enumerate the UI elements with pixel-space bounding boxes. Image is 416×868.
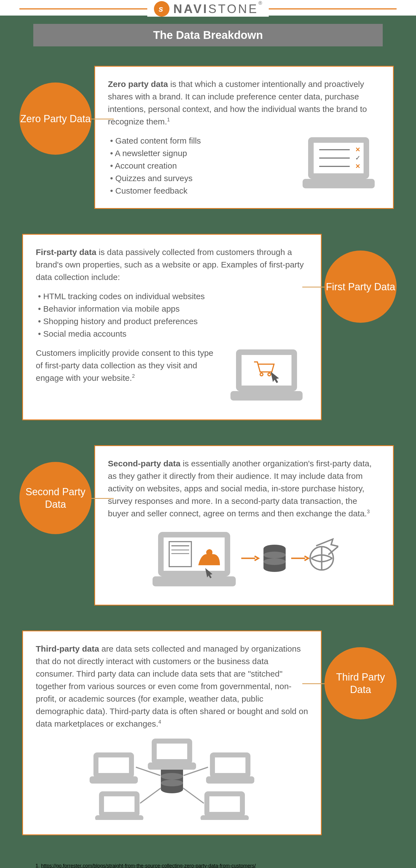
- card-first-party: First-party data is data passively colle…: [22, 234, 322, 420]
- list-item: Shopping history and product preferences: [38, 315, 308, 328]
- badge-third-party: Third Party Data: [324, 647, 396, 719]
- svg-line-53: [140, 788, 161, 803]
- badge-zero-party: Zero Party Data: [20, 83, 92, 155]
- svg-rect-2: [303, 179, 375, 188]
- svg-rect-16: [152, 576, 236, 586]
- svg-rect-11: [231, 391, 303, 401]
- svg-point-24: [264, 564, 286, 572]
- svg-rect-39: [98, 756, 130, 774]
- svg-rect-10: [241, 354, 292, 386]
- card-body: Gated content form fills A newsletter si…: [108, 134, 380, 197]
- svg-point-26: [264, 558, 286, 565]
- reference-link[interactable]: https://go.forrester.com/blogs/straight-…: [41, 863, 256, 868]
- data-exchange-icon: [108, 526, 380, 594]
- list-item: Social media accounts: [38, 328, 308, 340]
- lead-strong: Second-party data: [108, 459, 180, 468]
- page: s NAVISTONE® The Data Breakdown Zero Par…: [0, 0, 416, 868]
- brand-name-bold: NAVI: [173, 2, 208, 16]
- laptop-cart-icon: [225, 347, 308, 408]
- list-item: HTML tracking codes on individual websit…: [38, 290, 308, 303]
- badge-label: First Party Data: [326, 281, 395, 293]
- card-third-party: Third-party data are data sets collected…: [22, 630, 322, 835]
- list-item: Gated content form fills: [110, 134, 286, 147]
- svg-rect-36: [156, 743, 188, 760]
- footnote-ref: 4: [159, 719, 161, 725]
- reference-item: https://go.forrester.com/blogs/straight-…: [41, 863, 383, 868]
- card-second-party: Second-party data is essentially another…: [94, 445, 394, 606]
- section-third-party: Third Party Data Third-party data are da…: [22, 630, 394, 835]
- badge-second-party: Second Party Data: [20, 462, 92, 534]
- svg-text:✕: ✕: [355, 163, 360, 170]
- header: s NAVISTONE®: [0, 0, 416, 16]
- svg-rect-40: [91, 777, 137, 783]
- badge-first-party: First Party Data: [324, 251, 396, 323]
- footnote-ref: 3: [367, 509, 370, 515]
- bullet-list: HTML tracking codes on individual websit…: [36, 290, 308, 340]
- lead-text: First-party data is data passively colle…: [36, 246, 308, 283]
- svg-rect-42: [214, 756, 246, 774]
- logo-mark-icon: s: [154, 1, 169, 17]
- brand-name-light: STONE: [208, 2, 258, 16]
- network-database-icon: [36, 737, 308, 823]
- svg-text:✓: ✓: [355, 154, 360, 161]
- badge-label: Zero Party Data: [20, 113, 91, 125]
- lead-strong: Third-party data: [36, 644, 99, 653]
- svg-text:✕: ✕: [355, 146, 360, 153]
- section-second-party: Second Party Data Second-party data is e…: [22, 445, 394, 606]
- connector-line: [89, 119, 114, 119]
- svg-point-33: [161, 773, 183, 780]
- brand-logo: s NAVISTONE®: [147, 1, 269, 17]
- list-item: Quizzes and surveys: [110, 172, 286, 184]
- list-item: A newsletter signup: [110, 147, 286, 159]
- svg-line-54: [183, 788, 204, 803]
- svg-point-25: [264, 552, 286, 558]
- references: https://go.forrester.com/blogs/straight-…: [0, 860, 416, 868]
- svg-rect-15: [164, 537, 224, 571]
- svg-rect-37: [149, 763, 195, 769]
- header-rule: s NAVISTONE®: [20, 8, 396, 9]
- list-item: Customer feedback: [110, 184, 286, 197]
- lead-text: Zero party data is that which a customer…: [108, 78, 380, 128]
- footnote-ref: 2: [132, 373, 135, 379]
- badge-label: Third Party Data: [324, 671, 396, 696]
- lead-strong: Zero party data: [108, 80, 168, 89]
- laptop-checklist-icon: ✕ ✓ ✕: [297, 134, 380, 196]
- section-first-party: First Party Data First-party data is dat…: [22, 234, 394, 420]
- svg-point-32: [161, 785, 183, 793]
- svg-rect-49: [201, 816, 248, 820]
- badge-label: Second Party Data: [20, 486, 92, 510]
- svg-rect-48: [209, 796, 241, 813]
- section-zero-party: Zero Party Data Zero party data is that …: [22, 66, 394, 209]
- bullet-list: Gated content form fills A newsletter si…: [108, 134, 286, 197]
- lead-text: Third-party data are data sets collected…: [36, 643, 308, 730]
- brand-name: NAVISTONE®: [173, 2, 262, 16]
- svg-rect-46: [96, 816, 143, 820]
- connector-line: [302, 683, 327, 684]
- card-footer: Customers implicitly provide consent to …: [36, 347, 308, 408]
- card-zero-party: Zero party data is that which a customer…: [94, 66, 394, 209]
- svg-rect-43: [207, 777, 253, 783]
- lead-text: Second-party data is essentially another…: [108, 457, 380, 520]
- svg-rect-45: [103, 796, 135, 813]
- svg-point-34: [161, 780, 183, 786]
- tail-body: Customers implicitly provide consent to …: [36, 348, 213, 382]
- registered-mark: ®: [258, 0, 262, 6]
- page-title: The Data Breakdown: [33, 24, 383, 46]
- connector-line: [302, 287, 327, 287]
- list-item: Behavior information via mobile apps: [38, 303, 308, 315]
- list-item: Account creation: [110, 159, 286, 172]
- lead-strong: First-party data: [36, 247, 96, 257]
- footnote-ref: 1: [167, 117, 170, 123]
- tail-text: Customers implicitly provide consent to …: [36, 347, 214, 384]
- connector-line: [89, 498, 114, 499]
- lead-rest: are data sets collected and managed by o…: [36, 644, 308, 728]
